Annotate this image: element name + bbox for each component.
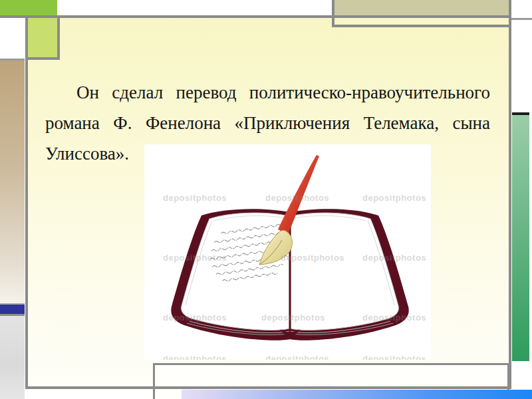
watermark-text: depositphotos <box>265 354 329 360</box>
watermark-text: depositphotos <box>362 313 426 323</box>
left-tan-strip <box>0 59 25 303</box>
right-border-top-segment <box>509 0 511 15</box>
bottom-border-band <box>153 386 509 389</box>
watermark-text: depositphotos <box>163 313 227 323</box>
bottom-blue-bar <box>182 390 532 399</box>
watermark-text: depositphotos <box>163 253 227 263</box>
left-navy-strip <box>0 303 25 316</box>
watermark-text: depositphotos <box>163 354 227 360</box>
watermark-text: depositphotos <box>163 193 227 203</box>
top-olive-bar <box>332 0 509 15</box>
left-gray-strip <box>0 316 25 399</box>
top-left-light-green-square <box>28 18 60 60</box>
top-left-green-bar <box>0 0 57 18</box>
watermark-text: depositphotos <box>261 313 325 323</box>
stock-image: depositphotos depositphotos depositphoto… <box>144 144 431 360</box>
watermark-text: depositphotos <box>265 193 329 203</box>
watermark-text: depositphotos <box>281 253 344 263</box>
right-green-bar <box>512 115 529 361</box>
watermark-text: depositphotos <box>362 354 426 360</box>
top-right-step-line <box>332 18 509 27</box>
watermark-text: depositphotos <box>362 253 426 263</box>
paragraph-line: Он сделал перевод политическо-нравоучите… <box>45 77 490 108</box>
paragraph-line: романа Ф. Фенелона «Приключения Телемака… <box>45 108 490 138</box>
watermark-text: depositphotos <box>362 193 426 203</box>
top-right-border-line <box>511 18 532 20</box>
open-book-illustration <box>144 144 431 360</box>
